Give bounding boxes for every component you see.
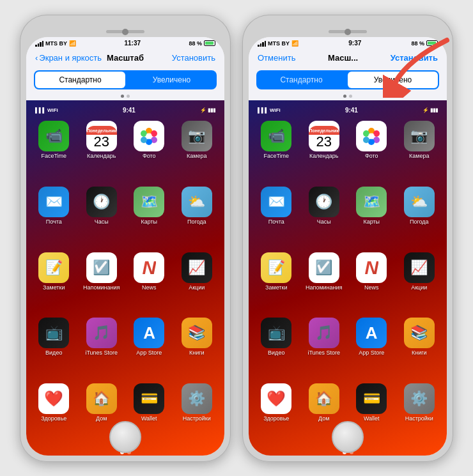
ios-battery-right: ▮▮▮ <box>430 107 438 113</box>
svg-point-4 <box>141 137 147 143</box>
ios-wifi-left: WiFi <box>47 107 58 113</box>
camera-dot <box>122 29 128 35</box>
app-reminders-right[interactable]: ☑️ Напоминания <box>303 252 346 313</box>
wifi-icon-right: 📶 <box>291 40 299 47</box>
app-mail-right[interactable]: ✉️ Почта <box>255 187 298 247</box>
app-maps-left[interactable]: 🗺️ Карты <box>128 187 171 247</box>
app-news-left[interactable]: N News <box>128 252 171 313</box>
time-left: 11:37 <box>124 40 141 47</box>
cancel-button-right[interactable]: Отменить <box>258 53 295 63</box>
home-button-right[interactable] <box>332 421 364 453</box>
photos-icon-left <box>137 125 160 148</box>
svg-point-14 <box>368 133 375 139</box>
carrier-right: MTS BY <box>268 40 290 47</box>
app-notes-right[interactable]: 📝 Заметки <box>255 252 298 313</box>
app-health-left[interactable]: ❤️ Здоровье <box>33 383 75 444</box>
app-settings-left[interactable]: ⚙️ Настройки <box>176 383 219 444</box>
app-stocks-left[interactable]: 📈 Акции <box>176 252 219 313</box>
app-books-left[interactable]: 📚 Книги <box>176 318 219 378</box>
back-label-left: Экран и яркость <box>39 53 102 63</box>
app-facetime-left[interactable]: 📹 FaceTime <box>33 121 75 181</box>
ios-signal-left: ▌▌▌ <box>35 107 46 113</box>
nav-title-right: Масш... <box>328 53 358 63</box>
app-videos-right[interactable]: 📺 Видео <box>255 318 298 378</box>
ios-homescreen-right: ▌▌▌ WiFi 9:41 ⚡ ▮▮▮ 📹 FaceTime <box>249 100 447 455</box>
page-dots-left <box>26 95 224 98</box>
red-arrow <box>383 34 460 98</box>
app-itunes-right[interactable]: 🎵 iTunes Store <box>303 318 346 378</box>
app-appstore-left[interactable]: A App Store <box>128 318 171 378</box>
camera-dot-right <box>345 29 351 35</box>
segment-left[interactable]: Стандартно Увеличено <box>34 70 217 89</box>
carrier-left: MTS BY <box>45 40 67 47</box>
photos-icon-right <box>360 125 383 148</box>
app-camera-right[interactable]: 📷 Камера <box>398 121 441 181</box>
app-maps-right[interactable]: 🗺️ Карты <box>350 187 393 247</box>
app-calendar-right[interactable]: Понедельник 23 Календарь <box>303 121 346 181</box>
nav-title-left: Масштаб <box>107 53 144 63</box>
app-weather-right[interactable]: ⛅ Погода <box>398 187 441 247</box>
signal-icon <box>35 40 43 47</box>
app-notes-left[interactable]: 📝 Заметки <box>33 252 75 313</box>
app-itunes-left[interactable]: 🎵 iTunes Store <box>81 318 123 378</box>
ios-time-right: 9:41 <box>345 107 358 114</box>
app-calendar-left[interactable]: Понедельник 23 Календарь <box>81 121 123 181</box>
ios-bt-left: ⚡ <box>200 107 206 113</box>
settings-bar-left: MTS BY 📶 11:37 88 % ‹ Экран и яркость <box>26 37 224 100</box>
left-phone: MTS BY 📶 11:37 88 % ‹ Экран и яркость <box>20 15 231 462</box>
signal-icon-right <box>258 40 266 47</box>
app-photos-right[interactable]: Фото <box>350 121 393 181</box>
app-books-right[interactable]: 📚 Книги <box>398 318 441 378</box>
home-button-left[interactable] <box>109 421 141 453</box>
svg-point-6 <box>146 133 152 139</box>
app-stocks-right[interactable]: 📈 Акции <box>398 252 441 313</box>
app-news-right[interactable]: N News <box>350 252 393 313</box>
app-appstore-right[interactable]: A App Store <box>350 318 393 378</box>
left-screen: MTS BY 📶 11:37 88 % ‹ Экран и яркость <box>26 37 224 455</box>
app-photos-left[interactable]: Фото <box>128 121 171 181</box>
ios-status-left: ▌▌▌ WiFi 9:41 ⚡ ▮▮▮ <box>26 104 224 116</box>
right-screen: MTS BY 📶 9:37 88 % Отменить Масш... <box>249 37 447 455</box>
app-clock-right[interactable]: 🕐 Часы <box>303 187 346 247</box>
app-weather-left[interactable]: ⛅ Погода <box>176 187 219 247</box>
battery-icon-left <box>204 40 215 46</box>
settings-nav-left: ‹ Экран и яркость Масштаб Установить <box>26 48 224 68</box>
back-chevron-left: ‹ <box>35 53 38 63</box>
app-grid-left: 📹 FaceTime Понедельник 23 Календарь <box>26 116 224 449</box>
svg-point-12 <box>363 137 369 143</box>
app-grid-right: 📹 FaceTime Понедельник 23 Календарь <box>249 116 447 449</box>
install-button-left[interactable]: Установить <box>172 53 215 63</box>
app-camera-left[interactable]: 📷 Камера <box>176 121 219 181</box>
time-right: 9:37 <box>348 40 361 47</box>
segment-standard-left[interactable]: Стандартно <box>35 72 125 88</box>
ios-wifi-right: WiFi <box>270 107 281 113</box>
wifi-icon-left: 📶 <box>69 40 76 47</box>
app-mail-left[interactable]: ✉️ Почта <box>33 187 75 247</box>
ios-homescreen-left: ▌▌▌ WiFi 9:41 ⚡ ▮▮▮ 📹 FaceTime <box>26 100 224 455</box>
app-settings-right[interactable]: ⚙️ Настройки <box>398 383 441 444</box>
app-facetime-right[interactable]: 📹 FaceTime <box>255 121 298 181</box>
app-clock-left[interactable]: 🕐 Часы <box>81 187 123 247</box>
ios-signal-right: ▌▌▌ <box>258 107 268 113</box>
status-bar-left: MTS BY 📶 11:37 88 % <box>26 37 224 48</box>
ios-status-right: ▌▌▌ WiFi 9:41 ⚡ ▮▮▮ <box>249 104 447 116</box>
ios-battery-left: ▮▮▮ <box>208 107 215 113</box>
phone-comparison: MTS BY 📶 11:37 88 % ‹ Экран и яркость <box>20 15 453 462</box>
ios-bt-right: ⚡ <box>423 107 429 113</box>
segment-standard-right[interactable]: Стандартно <box>256 70 346 89</box>
app-videos-left[interactable]: 📺 Видео <box>33 318 75 378</box>
back-button-left[interactable]: ‹ Экран и яркость <box>35 53 102 63</box>
app-health-right[interactable]: ❤️ Здоровье <box>255 383 298 444</box>
segment-zoomed-left[interactable]: Увеличено <box>127 70 217 89</box>
ios-time-left: 9:41 <box>123 107 136 114</box>
battery-percent-left: 88 % <box>189 40 202 47</box>
app-reminders-left[interactable]: ☑️ Напоминания <box>81 252 123 313</box>
right-phone: MTS BY 📶 9:37 88 % Отменить Масш... <box>242 15 453 462</box>
